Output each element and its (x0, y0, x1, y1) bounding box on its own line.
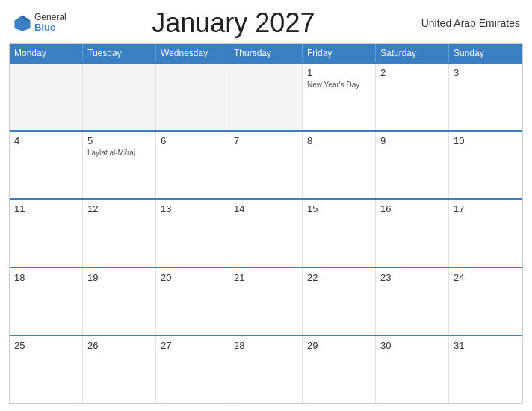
day-number: 20 (161, 272, 224, 283)
calendar-header: Monday Tuesday Wednesday Thursday Friday… (10, 44, 522, 62)
cal-cell-w4-d2: 19 (83, 268, 156, 335)
cal-cell-w3-d2: 12 (83, 200, 156, 266)
cal-cell-w5-d3: 27 (156, 336, 229, 403)
day-number: 11 (14, 203, 78, 214)
cal-cell-w3-d1: 11 (10, 200, 83, 266)
cal-cell-w1-d4 (229, 64, 303, 130)
day-number: 19 (87, 272, 151, 283)
page-header: General Blue January 2027 United Arab Em… (9, 7, 523, 39)
cal-cell-w1-d5: 1New Year's Day (303, 64, 376, 130)
cal-cell-w2-d7: 10 (449, 132, 522, 198)
calendar-week-4: 18192021222324 (10, 267, 522, 335)
cal-cell-w2-d5: 8 (303, 132, 376, 198)
col-thursday: Thursday (229, 44, 303, 62)
cal-cell-w3-d5: 15 (303, 200, 376, 266)
day-number: 4 (14, 135, 78, 146)
calendar-grid: Monday Tuesday Wednesday Thursday Friday… (9, 43, 523, 404)
day-number: 17 (454, 203, 518, 214)
col-wednesday: Wednesday (156, 44, 229, 62)
country-label: United Arab Emirates (400, 17, 520, 29)
day-number: 30 (380, 340, 444, 351)
day-number: 3 (454, 67, 518, 78)
holiday-label: New Year's Day (307, 80, 371, 90)
day-number: 29 (307, 340, 371, 351)
cal-cell-w1-d3 (156, 64, 229, 130)
day-number: 1 (307, 67, 371, 78)
day-number: 18 (14, 272, 78, 283)
calendar-week-3: 11121314151617 (10, 198, 522, 266)
cal-cell-w3-d3: 13 (156, 200, 229, 266)
day-number: 10 (454, 135, 518, 146)
cal-cell-w4-d7: 24 (449, 268, 522, 335)
calendar-week-5: 25262728293031 (10, 335, 522, 403)
cal-cell-w1-d1 (10, 64, 83, 130)
day-number: 28 (234, 340, 297, 351)
col-tuesday: Tuesday (83, 44, 156, 62)
cal-cell-w5-d4: 28 (229, 336, 303, 403)
col-monday: Monday (10, 44, 83, 62)
day-number: 14 (234, 203, 297, 214)
cal-cell-w4-d4: 21 (229, 268, 303, 335)
cal-cell-w5-d6: 30 (376, 336, 449, 403)
page-title: January 2027 (66, 7, 400, 39)
holiday-label: Laylat al-Mi'raj (87, 148, 151, 158)
cal-cell-w1-d7: 3 (449, 64, 522, 130)
day-number: 15 (307, 203, 371, 214)
day-number: 21 (234, 272, 297, 283)
day-number: 9 (380, 135, 444, 146)
logo-icon (12, 13, 33, 34)
day-number: 2 (380, 67, 444, 78)
cal-cell-w5-d7: 31 (449, 336, 522, 403)
cal-cell-w2-d2: 5Laylat al-Mi'raj (83, 132, 156, 198)
day-number: 7 (234, 135, 297, 146)
col-saturday: Saturday (376, 44, 449, 62)
cal-cell-w5-d5: 29 (303, 336, 376, 403)
cal-cell-w1-d2 (83, 64, 156, 130)
day-number: 26 (87, 340, 151, 351)
cal-cell-w1-d6: 2 (376, 64, 449, 130)
cal-cell-w3-d4: 14 (229, 200, 303, 266)
cal-cell-w4-d1: 18 (10, 268, 83, 335)
day-number: 22 (307, 272, 371, 283)
logo-blue-text: Blue (34, 22, 66, 33)
day-number: 13 (161, 203, 224, 214)
cal-cell-w2-d3: 6 (156, 132, 229, 198)
cal-cell-w5-d2: 26 (83, 336, 156, 403)
calendar-week-1: 1New Year's Day23 (10, 62, 522, 130)
cal-cell-w3-d6: 16 (376, 200, 449, 266)
cal-cell-w2-d4: 7 (229, 132, 303, 198)
cal-cell-w5-d1: 25 (10, 336, 83, 403)
cal-cell-w4-d6: 23 (376, 268, 449, 335)
day-number: 8 (307, 135, 371, 146)
cal-cell-w4-d3: 20 (156, 268, 229, 335)
cal-cell-w4-d5: 22 (303, 268, 376, 335)
cal-cell-w2-d1: 4 (10, 132, 83, 198)
day-number: 31 (454, 340, 518, 351)
calendar-body: 1New Year's Day2345Laylat al-Mi'raj67891… (10, 62, 522, 403)
day-number: 24 (454, 272, 518, 283)
cal-cell-w2-d6: 9 (376, 132, 449, 198)
col-friday: Friday (303, 44, 376, 62)
day-number: 23 (380, 272, 444, 283)
day-number: 5 (87, 135, 151, 146)
day-number: 25 (14, 340, 78, 351)
logo: General Blue (12, 13, 66, 34)
day-number: 16 (380, 203, 444, 214)
calendar-page: General Blue January 2027 United Arab Em… (0, 0, 532, 411)
col-sunday: Sunday (449, 44, 522, 62)
calendar-week-2: 45Laylat al-Mi'raj678910 (10, 130, 522, 198)
day-number: 12 (87, 203, 151, 214)
day-number: 27 (161, 340, 224, 351)
cal-cell-w3-d7: 17 (449, 200, 522, 266)
day-number: 6 (161, 135, 224, 146)
